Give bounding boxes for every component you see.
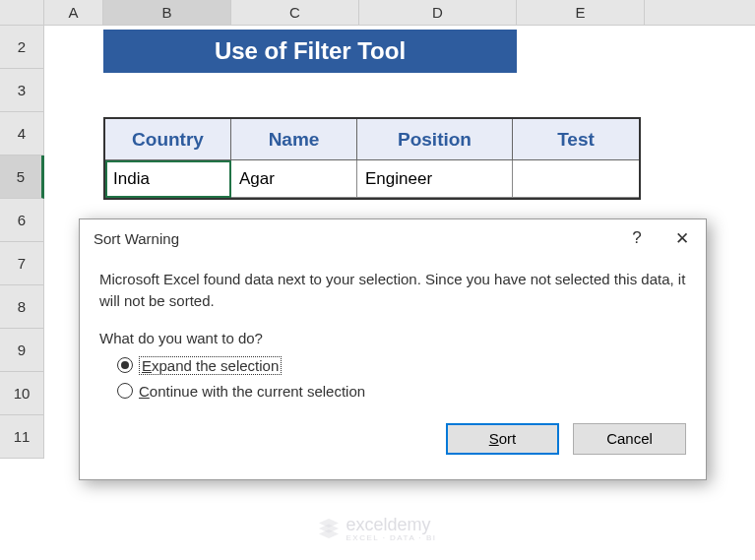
row-header-4[interactable]: 4 xyxy=(0,112,44,156)
table-header-row: Country Name Position Test xyxy=(105,119,639,160)
header-test[interactable]: Test xyxy=(513,119,639,160)
row-header-10[interactable]: 10 xyxy=(0,372,44,415)
help-button[interactable]: ? xyxy=(615,222,659,254)
cell-test[interactable] xyxy=(513,160,639,198)
dialog-body: Microsoft Excel found data next to your … xyxy=(80,257,706,423)
row-header-11[interactable]: 11 xyxy=(0,415,44,459)
data-table: Country Name Position Test India Agar En… xyxy=(103,117,641,200)
dialog-title: Sort Warning xyxy=(94,230,179,247)
watermark: exceldemy EXCEL · DATA · BI xyxy=(318,515,436,542)
header-position[interactable]: Position xyxy=(357,119,513,160)
row-header-8[interactable]: 8 xyxy=(0,285,44,329)
select-all-corner[interactable] xyxy=(0,0,44,25)
col-header-C[interactable]: C xyxy=(231,0,359,25)
watermark-icon xyxy=(318,518,340,539)
cell-country[interactable]: India xyxy=(105,160,231,198)
radio-icon xyxy=(117,383,133,399)
cancel-button[interactable]: Cancel xyxy=(573,423,686,455)
row-header-9[interactable]: 9 xyxy=(0,329,44,372)
sort-warning-dialog: Sort Warning ? ✕ Microsoft Excel found d… xyxy=(79,218,707,480)
radio-expand-selection[interactable]: Expand the selection xyxy=(117,356,686,375)
col-header-B[interactable]: B xyxy=(103,0,231,25)
dialog-titlebar[interactable]: Sort Warning ? ✕ xyxy=(80,219,706,257)
watermark-sub: EXCEL · DATA · BI xyxy=(346,533,436,542)
row-header-7[interactable]: 7 xyxy=(0,242,44,285)
radio-label-expand: Expand the selection xyxy=(142,357,279,374)
cell-name[interactable]: Agar xyxy=(231,160,357,198)
radio-label-continue: Continue with the current selection xyxy=(139,383,365,400)
col-header-E[interactable]: E xyxy=(517,0,645,25)
sort-button[interactable]: Sort xyxy=(446,423,559,455)
radio-icon xyxy=(117,357,133,373)
row-header-5[interactable]: 5 xyxy=(0,156,44,199)
row-headers: 2 3 4 5 6 7 8 9 10 11 xyxy=(0,26,44,459)
col-header-A[interactable]: A xyxy=(44,0,103,25)
row-header-6[interactable]: 6 xyxy=(0,199,44,242)
title-banner: Use of Filter Tool xyxy=(103,30,517,73)
cell-position[interactable]: Engineer xyxy=(357,160,513,198)
col-header-D[interactable]: D xyxy=(359,0,517,25)
radio-continue-selection[interactable]: Continue with the current selection xyxy=(117,383,686,400)
row-header-3[interactable]: 3 xyxy=(0,69,44,112)
dialog-message: Microsoft Excel found data next to your … xyxy=(99,269,686,312)
column-headers: A B C D E xyxy=(0,0,755,26)
dialog-question: What do you want to do? xyxy=(99,330,686,346)
table-row: India Agar Engineer xyxy=(105,160,639,198)
watermark-name: exceldemy xyxy=(346,515,430,534)
header-country[interactable]: Country xyxy=(105,119,231,160)
dialog-buttons: Sort Cancel xyxy=(80,423,706,472)
radio-group: Expand the selection Continue with the c… xyxy=(99,356,686,400)
header-name[interactable]: Name xyxy=(231,119,357,160)
row-header-2[interactable]: 2 xyxy=(0,26,44,69)
close-button[interactable]: ✕ xyxy=(661,222,704,254)
